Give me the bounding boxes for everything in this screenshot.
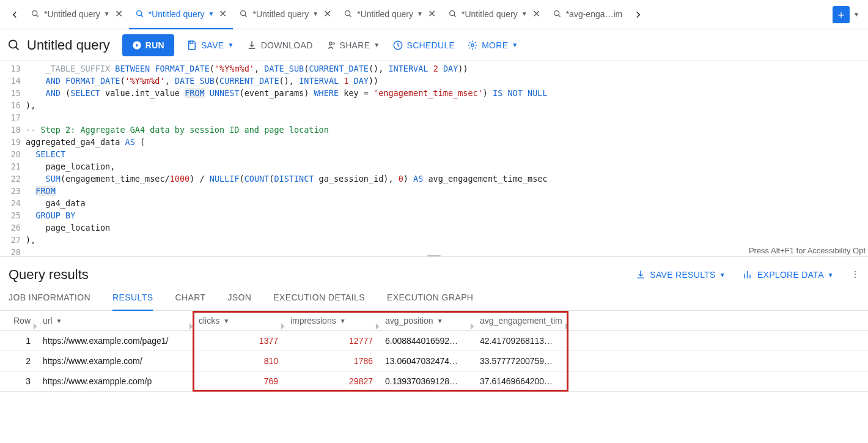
run-button[interactable]: RUN: [122, 34, 174, 56]
save-button[interactable]: SAVE ▼: [186, 40, 234, 51]
schedule-label: SCHEDULE: [407, 40, 455, 50]
table-row[interactable]: 3https://www.exampple.com/p769298270.139…: [0, 371, 868, 392]
chevron-left-icon: [9, 9, 20, 20]
query-tab[interactable]: *Untitled query ▼ ✕: [442, 0, 546, 29]
tab-dropdown-icon[interactable]: ▼: [417, 10, 423, 17]
play-icon: [132, 40, 142, 50]
cell-url: https://www.example.com/page1/: [37, 331, 193, 351]
query-icon: [31, 9, 40, 19]
table-row[interactable]: 2https://www.example.com/810178613.06047…: [0, 351, 868, 371]
download-icon: [635, 269, 646, 280]
col-clicks[interactable]: clicks▼◢: [193, 311, 284, 331]
cell-clicks: 1377: [193, 331, 284, 351]
explore-data-label: EXPLORE DATA: [757, 270, 824, 280]
schedule-button[interactable]: SCHEDULE: [392, 40, 455, 51]
new-tab-dropdown-icon[interactable]: ▼: [850, 11, 863, 18]
tab-close-icon[interactable]: ✕: [428, 8, 436, 20]
save-results-button[interactable]: SAVE RESULTS ▼: [635, 269, 726, 280]
tab-label: *Untitled query: [252, 9, 309, 19]
tab-dropdown-icon[interactable]: ▼: [312, 10, 318, 17]
panel-resize-handle[interactable]: [427, 255, 441, 257]
svg-point-11: [471, 43, 474, 47]
query-icon: [553, 9, 562, 19]
svg-rect-8: [190, 41, 193, 43]
line-number-gutter: 1314151617181920212223242526272829: [0, 61, 26, 256]
clock-icon: [392, 40, 403, 51]
sort-icon: ▼: [340, 318, 346, 324]
cell-impressions: 12777: [284, 331, 379, 351]
cell-url: https://www.exampple.com/p: [37, 371, 193, 392]
tab-dropdown-icon[interactable]: ▼: [208, 10, 215, 17]
cell-clicks: 769: [193, 371, 284, 392]
table-header-row: Row◢ url▼◢ clicks▼◢ impressions▼◢ avg_po…: [0, 311, 868, 331]
cell-row: 2: [0, 351, 37, 371]
gear-icon: [467, 40, 478, 51]
cell-avg-engagement: 37.61469664200…: [474, 371, 568, 392]
code-content[interactable]: _TABLE_SUFFIX BETWEEN FORMAT_DATE('%Y%m%…: [26, 61, 868, 256]
query-tab[interactable]: *Untitled query ▼ ✕: [337, 0, 442, 29]
chevron-down-icon: ▼: [719, 272, 726, 278]
download-label: DOWNLOAD: [261, 40, 313, 50]
query-tab[interactable]: *Untitled query ▼ ✕: [24, 0, 129, 29]
sql-editor[interactable]: 1314151617181920212223242526272829 _TABL…: [0, 61, 868, 257]
save-label: SAVE: [201, 40, 224, 50]
query-icon: [7, 39, 21, 52]
col-impressions[interactable]: impressions▼◢: [284, 311, 379, 331]
tab-results[interactable]: RESULTS: [112, 292, 153, 311]
more-vert-icon[interactable]: ⋮: [851, 269, 859, 280]
explore-data-button[interactable]: EXPLORE DATA ▼: [743, 269, 834, 280]
query-tab[interactable]: *avg-enga…im: [546, 0, 629, 29]
svg-point-9: [329, 42, 332, 45]
svg-point-6: [9, 40, 17, 48]
query-title-text: Untitled query: [27, 37, 110, 53]
cell-row: 1: [0, 331, 37, 351]
tab-close-icon[interactable]: ✕: [323, 8, 331, 20]
download-icon: [246, 40, 257, 51]
tab-label: *Untitled query: [357, 9, 413, 19]
tabs-scroll-right[interactable]: [628, 5, 648, 24]
chevron-right-icon: [633, 9, 644, 20]
query-icon: [448, 9, 458, 19]
sort-icon: ▼: [56, 318, 62, 324]
more-label: MORE: [482, 40, 508, 50]
more-button[interactable]: MORE ▼: [467, 40, 518, 51]
tab-exec-details[interactable]: EXECUTION DETAILS: [273, 292, 365, 310]
chevron-down-icon: ▼: [373, 42, 380, 48]
sort-icon: ▼: [223, 318, 229, 324]
results-header: Query results SAVE RESULTS ▼ EXPLORE DAT…: [0, 257, 868, 285]
share-icon: [325, 40, 336, 51]
share-button[interactable]: SHARE ▼: [325, 40, 380, 51]
tabs-scroll-left[interactable]: [5, 5, 24, 24]
col-url[interactable]: url▼◢: [37, 311, 193, 331]
tab-label: *Untitled query: [462, 9, 518, 19]
col-row[interactable]: Row◢: [0, 311, 37, 331]
query-toolbar: Untitled query RUN SAVE ▼ DOWNLOAD SHARE…: [0, 29, 868, 61]
download-button[interactable]: DOWNLOAD: [246, 40, 313, 51]
cell-impressions: 1786: [284, 351, 379, 371]
tab-close-icon[interactable]: ✕: [532, 8, 540, 20]
col-avg-engagement[interactable]: avg_engagement_tim◢: [474, 311, 568, 331]
chart-icon: [743, 269, 754, 280]
tab-job-info[interactable]: JOB INFORMATION: [9, 292, 90, 310]
cell-impressions: 29827: [284, 371, 379, 392]
query-tab[interactable]: *Untitled query ▼ ✕: [233, 0, 337, 29]
tab-close-icon[interactable]: ✕: [219, 8, 227, 20]
col-avg-position[interactable]: avg_position▼◢: [379, 311, 474, 331]
cell-avg-engagement: 33.57777200759…: [474, 351, 568, 371]
cell-row: 3: [0, 371, 37, 392]
table-row[interactable]: 1https://www.example.com/page1/137712777…: [0, 331, 868, 351]
tab-close-icon[interactable]: ✕: [115, 8, 123, 20]
new-tab-button[interactable]: ＋: [833, 6, 850, 23]
results-table: Row◢ url▼◢ clicks▼◢ impressions▼◢ avg_po…: [0, 311, 868, 392]
cell-url: https://www.example.com/: [37, 351, 193, 371]
tab-chart[interactable]: CHART: [175, 292, 205, 310]
tab-label: *Untitled query: [44, 9, 100, 19]
col-filler: [568, 311, 868, 331]
query-tab-active[interactable]: *Untitled query ▼ ✕: [129, 0, 234, 29]
save-icon: [186, 40, 197, 51]
accessibility-hint: Press Alt+F1 for Accessibility Opt: [749, 246, 868, 255]
tab-exec-graph[interactable]: EXECUTION GRAPH: [387, 292, 473, 310]
tab-json[interactable]: JSON: [227, 292, 251, 310]
tab-dropdown-icon[interactable]: ▼: [104, 10, 110, 17]
tab-dropdown-icon[interactable]: ▼: [521, 10, 528, 17]
